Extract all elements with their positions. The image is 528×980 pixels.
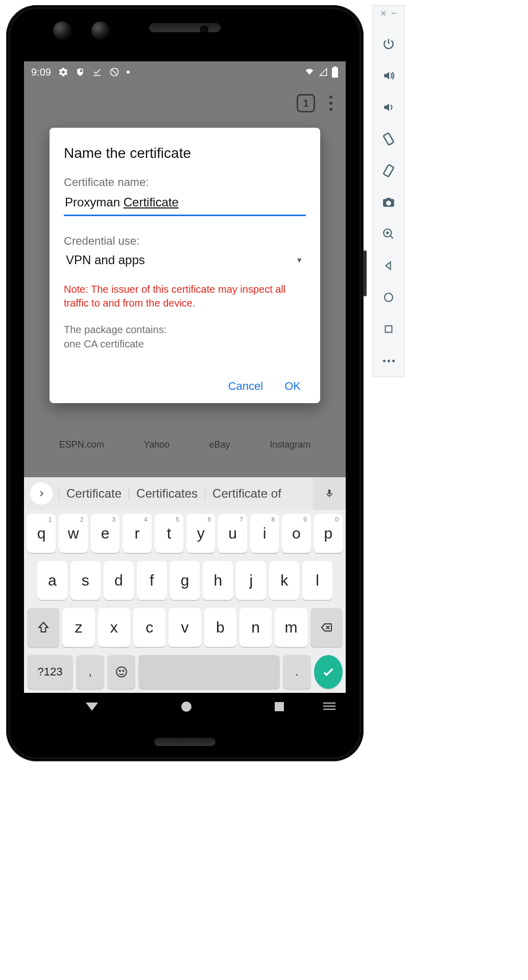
tab-switcher-button[interactable]: 1 [297,94,315,112]
svg-rect-3 [333,66,337,68]
shortcut-item[interactable]: Yahoo [143,439,170,450]
phone-screen: 9:09 [24,61,346,720]
sensor-icon [200,26,208,34]
suggestion-bar: Certificate Certificates Certificate of [24,477,346,510]
expand-suggestions-button[interactable] [30,482,53,505]
svg-rect-2 [332,67,338,78]
backspace-key[interactable] [310,608,343,647]
nav-back-button[interactable] [86,703,98,711]
emulator-rotate-right-button[interactable] [380,162,397,179]
browser-toolbar: 1 [24,83,346,124]
key-u[interactable]: u7 [218,514,247,553]
key-v[interactable]: v [169,608,201,647]
svg-point-6 [123,670,124,671]
credential-use-value: VPN and apps [66,253,145,267]
key-q[interactable]: q1 [27,514,56,553]
svg-rect-7 [383,133,394,145]
status-bar: 9:09 [24,61,346,83]
key-a[interactable]: a [37,561,67,600]
emoji-key[interactable] [107,655,135,689]
key-i[interactable]: i8 [250,514,279,553]
earpiece-speaker [149,23,221,32]
key-h[interactable]: h [203,561,233,600]
nav-keyboard-switch-button[interactable] [323,703,335,711]
key-p[interactable]: p0 [314,514,343,553]
emulator-overview-button[interactable] [380,320,397,338]
key-d[interactable]: d [104,561,134,600]
key-c[interactable]: c [133,608,165,647]
cancel-button[interactable]: Cancel [228,380,263,393]
comma-key[interactable]: , [76,655,104,689]
key-t[interactable]: t5 [155,514,183,553]
emulator-toolbar [373,5,404,377]
dropdown-caret-icon: ▼ [296,256,303,264]
key-z[interactable]: z [62,608,94,647]
voice-input-button[interactable] [313,477,346,510]
suggestion-item[interactable]: Certificates [129,486,205,501]
period-key[interactable]: . [283,655,311,689]
download-done-icon [92,67,102,77]
settings-icon [58,67,68,77]
key-b[interactable]: b [204,608,236,647]
key-g[interactable]: g [170,561,200,600]
spacebar-key[interactable] [138,655,279,689]
emulator-back-button[interactable] [380,257,397,274]
svg-point-4 [116,667,127,677]
front-camera-icon [90,20,111,41]
nav-overview-button[interactable] [275,702,284,711]
emulator-power-button[interactable] [380,35,397,53]
key-o[interactable]: o9 [282,514,310,553]
status-time: 9:09 [31,66,51,78]
key-f[interactable]: f [137,561,167,600]
shortcut-item[interactable]: ESPN.com [59,439,104,450]
name-certificate-dialog: Name the certificate Certificate name: P… [50,128,320,403]
front-camera-icon [52,20,73,41]
key-e[interactable]: e3 [91,514,119,553]
shortcut-item[interactable]: eBay [209,439,230,450]
key-n[interactable]: n [239,608,272,647]
nav-home-button[interactable] [181,702,191,712]
emulator-close-button[interactable] [378,9,389,18]
key-l[interactable]: l [302,561,332,600]
emulator-screenshot-button[interactable] [380,194,397,211]
svg-point-11 [385,293,393,301]
emulator-volume-up-button[interactable] [380,67,397,84]
certificate-warning-text: Note: The issuer of this certificate may… [64,283,306,310]
symbols-key[interactable]: ?123 [27,655,73,689]
emulator-more-button[interactable] [380,352,397,369]
certificate-name-input[interactable]: Proxyman Certificate [64,192,306,216]
credential-use-label: Credential use: [64,235,306,248]
suggestion-item[interactable]: Certificate of [205,486,289,501]
key-j[interactable]: j [236,561,266,600]
dialog-title: Name the certificate [64,145,306,161]
key-m[interactable]: m [275,608,307,647]
key-r[interactable]: r4 [123,514,151,553]
key-x[interactable]: x [98,608,130,647]
shield-icon [76,67,85,77]
emulator-volume-down-button[interactable] [380,99,397,116]
shift-key[interactable] [27,608,59,647]
key-w[interactable]: w2 [59,514,87,553]
ok-button[interactable]: OK [284,380,301,393]
browser-overflow-menu-button[interactable] [329,96,332,111]
homepage-shortcuts: ESPN.com Yahoo eBay Instagram [24,439,346,450]
android-navigation-bar [24,693,346,720]
svg-point-5 [119,670,120,671]
svg-rect-12 [386,326,392,333]
emulator-rotate-left-button[interactable] [380,130,397,148]
key-k[interactable]: k [269,561,299,600]
suggestion-item[interactable]: Certificate [59,486,129,501]
wifi-icon [304,67,315,77]
emulator-zoom-button[interactable] [380,225,397,243]
emulator-minimize-button[interactable] [389,9,399,18]
enter-key[interactable] [314,655,343,689]
emulator-home-button[interactable] [380,289,397,306]
credential-use-select[interactable]: VPN and apps ▼ [64,251,306,269]
key-y[interactable]: y6 [186,514,215,553]
svg-rect-0 [93,75,100,76]
phone-top-bezel [6,5,364,51]
shortcut-item[interactable]: Instagram [270,439,310,450]
no-sync-icon [109,67,119,77]
key-s[interactable]: s [70,561,101,600]
package-contents-text: The package contains: one CA certificate [64,322,306,351]
